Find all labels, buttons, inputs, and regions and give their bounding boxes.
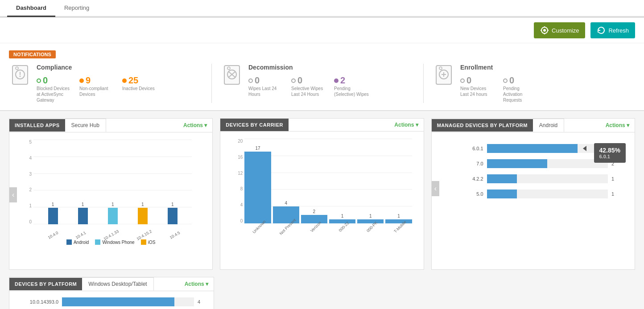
dot-gray-new xyxy=(460,78,465,83)
metric-activation: 0 Pending Activation Requests xyxy=(503,75,539,103)
devices-by-platform-actions: Actions xyxy=(179,278,214,290)
compliance-metrics: 0 Blocked Devices at ActiveSync Gateway … xyxy=(37,75,155,103)
bar-fill-1045 xyxy=(168,208,178,224)
platform-row-50: 5.0 1 xyxy=(466,190,619,198)
header-bar: Customize Refresh xyxy=(0,18,644,43)
tab-dashboard[interactable]: Dashboard xyxy=(7,0,55,17)
svg-point-1 xyxy=(543,29,546,32)
enrollment-metrics: 0 New Devices Last 24 hours 0 Pending Ac… xyxy=(460,75,539,103)
label-blocked: Blocked Devices at ActiveSync Gateway xyxy=(37,86,72,103)
managed-devices-actions: Actions xyxy=(600,119,635,131)
tooltip-label: 6.0.1 xyxy=(599,154,620,159)
label-noncompliant: Non-compliant Devices xyxy=(79,86,115,97)
platform-label-601: 6.0.1 xyxy=(466,146,483,151)
tab-reporting[interactable]: Reporting xyxy=(55,0,98,17)
installed-apps-tab[interactable]: Secure Hub xyxy=(65,119,106,132)
legend-windows: Windows Phone xyxy=(95,239,134,245)
bottom-platform-bar-fill xyxy=(62,297,174,306)
devices-by-platform-title: DEVICES BY PLATFORM xyxy=(9,278,82,290)
cy-0: 0 xyxy=(227,218,243,223)
metric-pending: 2 Pending (Selective) Wipes xyxy=(334,75,370,97)
bar-fill-1040 xyxy=(48,208,58,224)
notifications-cards: Compliance 0 Blocked Devices at ActiveSy… xyxy=(9,64,635,103)
carrier-val-verizon: 2 xyxy=(313,209,316,214)
tooltip-arrow xyxy=(583,146,586,151)
bar-fill-104152 xyxy=(138,208,148,224)
top-widgets-row: INSTALLED APPS Secure Hub Actions ‹ 5 4 … xyxy=(9,118,635,270)
platform-row-422: 4.2.2 1 xyxy=(466,174,619,183)
tooltip-pct: 42.85% xyxy=(599,147,620,154)
y-axis-2: 2 xyxy=(17,187,32,192)
metric-inactive: 25 Inactive Devices xyxy=(122,75,155,91)
refresh-button[interactable]: Refresh xyxy=(590,22,635,38)
label-pending: Pending (Selective) Wipes xyxy=(334,86,370,97)
metric-new-devices: 0 New Devices Last 24 hours xyxy=(460,75,496,97)
dot-orange-inactive xyxy=(122,78,127,83)
installed-apps-prev-arrow[interactable]: ‹ xyxy=(9,187,17,202)
dot-gray-wipes xyxy=(248,78,253,83)
bar-10413: 1 xyxy=(108,202,118,224)
xlabel-1045: 10.4.5 xyxy=(169,231,181,240)
customize-button[interactable]: Customize xyxy=(534,22,585,38)
bottom-widgets-row: DEVICES BY PLATFORM Windows Desktop/Tabl… xyxy=(9,277,635,309)
compliance-card: Compliance 0 Blocked Devices at ActiveSy… xyxy=(9,64,212,103)
devices-by-carrier-title: DEVICES BY CARRIER xyxy=(220,119,289,131)
cy-4: 4 xyxy=(227,202,243,207)
platform-fill-50 xyxy=(487,190,517,198)
managed-devices-prev-arrow[interactable]: ‹ xyxy=(432,181,439,196)
platform-fill-601 xyxy=(487,144,578,153)
label-new-devices: New Devices Last 24 hours xyxy=(460,86,496,97)
devices-by-carrier-chart: 20 16 12 8 4 0 xyxy=(220,132,423,256)
label-inactive: Inactive Devices xyxy=(122,86,155,91)
bar-1040: 1 xyxy=(48,202,58,224)
platform-val-50: 1 xyxy=(611,191,619,197)
installed-apps-widget: INSTALLED APPS Secure Hub Actions ‹ 5 4 … xyxy=(9,118,213,270)
installed-apps-actions-button[interactable]: Actions xyxy=(183,122,207,128)
compliance-title: Compliance xyxy=(37,64,155,71)
dot-gray-activation xyxy=(503,78,508,83)
enrollment-content: Enrollment 0 New Devices Last 24 hours 0 xyxy=(460,64,539,103)
bar-val-104152: 1 xyxy=(141,202,144,207)
managed-devices-tab[interactable]: Android xyxy=(533,119,564,132)
xlabel-1040: 10.4.0 xyxy=(47,231,59,240)
bottom-platform-bar-bg xyxy=(62,297,194,306)
installed-apps-actions: Actions xyxy=(178,119,212,131)
carrier-val-000pk: 1 xyxy=(369,214,372,218)
legend-android-label: Android xyxy=(74,240,89,245)
legend-android-icon xyxy=(66,239,72,245)
metric-sel-wipes: 0 Selective Wipes Last 24 Hours xyxy=(291,75,327,97)
managed-devices-widget: MANAGED DEVICES BY PLATFORM Android Acti… xyxy=(431,118,635,270)
val-sel-wipes: 0 xyxy=(297,75,302,86)
cy-16: 16 xyxy=(227,155,243,160)
dot-green-blocked xyxy=(37,78,41,83)
carrier-fill-unknown xyxy=(244,152,271,223)
y-axis-3: 3 xyxy=(17,172,32,177)
carrier-val-00022: 1 xyxy=(341,214,344,218)
legend-ios-icon xyxy=(141,239,146,245)
legend-windows-label: Windows Phone xyxy=(102,240,134,245)
label-activation: Pending Activation Requests xyxy=(503,86,539,103)
val-activation: 0 xyxy=(509,75,514,86)
decommission-icon xyxy=(221,64,243,86)
devices-by-platform-actions-button[interactable]: Actions xyxy=(185,281,208,287)
bar-fill-1041 xyxy=(78,208,88,224)
installed-apps-legend: Android Windows Phone iOS xyxy=(17,239,205,245)
bar-104152: 1 xyxy=(138,202,148,224)
bar-val-1040: 1 xyxy=(52,202,54,207)
installed-apps-chart: ‹ 5 4 3 2 1 0 xyxy=(9,132,212,257)
devices-by-platform-chart: 10.0.14393.0 4 xyxy=(9,291,214,309)
devices-by-platform-tab[interactable]: Windows Desktop/Tablet xyxy=(82,277,153,291)
val-pending: 2 xyxy=(340,75,345,86)
managed-devices-actions-button[interactable]: Actions xyxy=(606,122,629,128)
val-inactive: 25 xyxy=(128,75,138,86)
y-axis-5: 5 xyxy=(17,140,32,144)
y-axis-1: 1 xyxy=(17,203,32,208)
carrier-val-notpresent: 4 xyxy=(285,201,287,206)
devices-by-carrier-actions-button[interactable]: Actions xyxy=(394,122,418,128)
y-axis-0: 0 xyxy=(17,219,32,224)
managed-devices-title: MANAGED DEVICES BY PLATFORM xyxy=(432,119,533,132)
legend-ios: iOS xyxy=(141,239,156,245)
bottom-platform-val: 4 xyxy=(198,299,205,305)
bar-1045: 1 xyxy=(168,202,178,224)
main-content: INSTALLED APPS Secure Hub Actions ‹ 5 4 … xyxy=(0,111,644,309)
